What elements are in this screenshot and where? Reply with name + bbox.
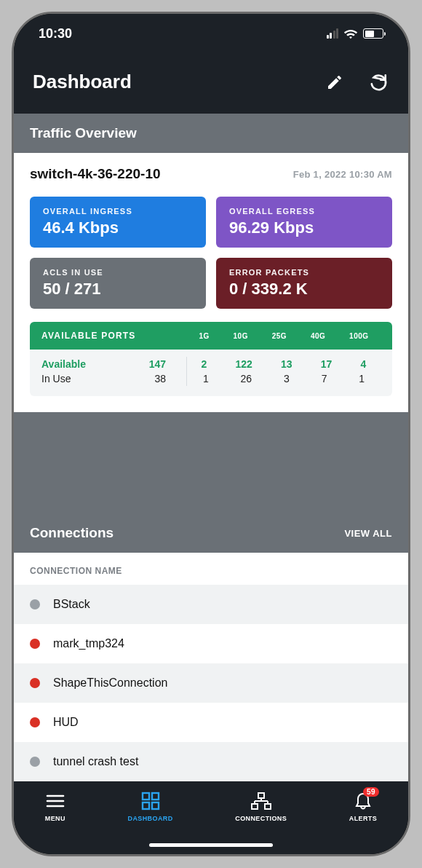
nav-connections-label: CONNECTIONS bbox=[235, 815, 287, 822]
connection-row[interactable]: ShapeThisConnection bbox=[14, 663, 408, 703]
svg-rect-4 bbox=[152, 793, 159, 800]
main-content: switch-4k-36-220-10 Feb 1, 2022 10:30 AM… bbox=[14, 153, 408, 781]
ports-columns: 1G 10G 25G 40G 100G bbox=[187, 332, 381, 340]
metric-egress[interactable]: OVERALL EGRESS 96.29 Kbps bbox=[216, 197, 392, 248]
status-dot-icon bbox=[30, 678, 40, 688]
nav-alerts[interactable]: 59 ALERTS bbox=[349, 792, 377, 822]
traffic-section-header: Traffic Overview bbox=[14, 114, 408, 153]
app-header: Dashboard bbox=[14, 53, 408, 114]
connections-icon bbox=[250, 792, 272, 810]
edit-button[interactable] bbox=[324, 71, 346, 93]
connections-list: BStack mark_tmp324 ShapeThisConnection H… bbox=[14, 585, 408, 781]
section-gap bbox=[14, 412, 408, 513]
ports-inuse-label: In Use bbox=[41, 373, 71, 384]
svg-rect-3 bbox=[143, 793, 149, 800]
ports-available-total: 147 bbox=[149, 358, 166, 370]
nav-menu[interactable]: MENU bbox=[45, 792, 65, 822]
metric-acls-value: 50 / 271 bbox=[43, 280, 193, 299]
status-time: 10:30 bbox=[39, 26, 72, 42]
metric-acls-label: ACLS IN USE bbox=[43, 268, 193, 277]
alerts-badge: 59 bbox=[363, 787, 379, 797]
page-title: Dashboard bbox=[33, 71, 132, 93]
svg-rect-5 bbox=[143, 802, 149, 809]
connection-row[interactable]: mark_tmp324 bbox=[14, 624, 408, 663]
metric-errors-label: ERROR PACKETS bbox=[229, 268, 379, 277]
ports-inuse-total: 38 bbox=[154, 373, 166, 384]
nav-connections[interactable]: CONNECTIONS bbox=[235, 792, 287, 822]
connection-name: mark_tmp324 bbox=[53, 637, 124, 650]
connection-row[interactable]: HUD bbox=[14, 703, 408, 742]
connection-name: tunnel crash test bbox=[53, 755, 138, 768]
ports-title: AVAILABLE PORTS bbox=[41, 331, 187, 341]
status-dot-icon bbox=[30, 599, 40, 609]
status-dot-icon bbox=[30, 717, 40, 727]
ports-header: AVAILABLE PORTS 1G 10G 25G 40G 100G bbox=[30, 322, 392, 350]
metric-egress-label: OVERALL EGRESS bbox=[229, 207, 379, 216]
pencil-icon bbox=[326, 74, 343, 91]
metric-acls[interactable]: ACLS IN USE 50 / 271 bbox=[30, 258, 206, 309]
ports-available-label: Available bbox=[41, 358, 86, 370]
connections-section-header: Connections VIEW ALL bbox=[14, 513, 408, 553]
svg-rect-9 bbox=[265, 804, 271, 809]
dashboard-icon bbox=[141, 792, 160, 810]
ports-col-25g: 25G bbox=[272, 332, 287, 340]
refresh-icon bbox=[369, 73, 388, 92]
device-timestamp: Feb 1, 2022 10:30 AM bbox=[293, 169, 392, 180]
connection-row[interactable]: BStack bbox=[14, 585, 408, 624]
phone-frame: 10:30 Dashboard Traffic Overview switch-… bbox=[12, 12, 410, 856]
nav-menu-label: MENU bbox=[45, 815, 65, 822]
connection-name: HUD bbox=[53, 716, 79, 729]
home-indicator[interactable] bbox=[149, 843, 273, 847]
ports-inuse-by-speed: 1 26 3 7 1 bbox=[187, 371, 381, 386]
connection-name: BStack bbox=[53, 598, 90, 611]
metric-errors[interactable]: ERROR PACKETS 0 / 339.2 K bbox=[216, 258, 392, 309]
metric-ingress-label: OVERALL INGRESS bbox=[43, 207, 193, 216]
bottom-nav: MENU DASHBOARD CONNECTIONS 59 ALERTS bbox=[14, 781, 408, 854]
ports-available-by-speed: 2 122 13 17 4 bbox=[187, 357, 381, 371]
status-bar: 10:30 bbox=[14, 14, 408, 53]
refresh-button[interactable] bbox=[367, 71, 389, 93]
nav-dashboard[interactable]: DASHBOARD bbox=[128, 792, 173, 822]
view-all-button[interactable]: VIEW ALL bbox=[344, 528, 392, 539]
status-right bbox=[327, 28, 384, 39]
connections-section-title: Connections bbox=[30, 525, 114, 541]
metric-ingress-value: 46.4 Kbps bbox=[43, 218, 193, 237]
connections-column-header: CONNECTION NAME bbox=[14, 553, 408, 585]
ports-inuse-row: In Use 38 bbox=[41, 371, 180, 386]
nav-alerts-label: ALERTS bbox=[349, 815, 377, 822]
ports-body: Available 147 In Use 38 2 122 13 bbox=[30, 350, 392, 396]
ports-col-10g: 10G bbox=[234, 332, 248, 340]
ports-col-1g: 1G bbox=[199, 332, 209, 340]
svg-rect-8 bbox=[252, 804, 258, 809]
status-dot-icon bbox=[30, 757, 40, 767]
metric-egress-value: 96.29 Kbps bbox=[229, 218, 379, 237]
device-row: switch-4k-36-220-10 Feb 1, 2022 10:30 AM bbox=[14, 153, 408, 189]
hamburger-icon bbox=[46, 794, 65, 808]
ports-col-100g: 100G bbox=[349, 332, 368, 340]
ports-col-40g: 40G bbox=[311, 332, 325, 340]
svg-rect-7 bbox=[258, 793, 264, 798]
ports-available-row: Available 147 bbox=[41, 357, 180, 371]
connection-row[interactable]: tunnel crash test bbox=[14, 742, 408, 781]
cellular-signal-icon bbox=[327, 28, 339, 39]
battery-icon bbox=[363, 28, 383, 39]
metric-errors-value: 0 / 339.2 K bbox=[229, 280, 379, 299]
ports-panel: AVAILABLE PORTS 1G 10G 25G 40G 100G Avai… bbox=[14, 309, 408, 412]
traffic-section-title: Traffic Overview bbox=[30, 125, 137, 141]
device-name: switch-4k-36-220-10 bbox=[30, 166, 161, 182]
metric-ingress[interactable]: OVERALL INGRESS 46.4 Kbps bbox=[30, 197, 206, 248]
svg-rect-6 bbox=[152, 802, 159, 809]
metrics-grid: OVERALL INGRESS 46.4 Kbps OVERALL EGRESS… bbox=[14, 189, 408, 309]
connection-name: ShapeThisConnection bbox=[53, 676, 167, 690]
status-dot-icon bbox=[30, 639, 40, 649]
wifi-icon bbox=[343, 28, 358, 39]
nav-dashboard-label: DASHBOARD bbox=[128, 815, 173, 822]
